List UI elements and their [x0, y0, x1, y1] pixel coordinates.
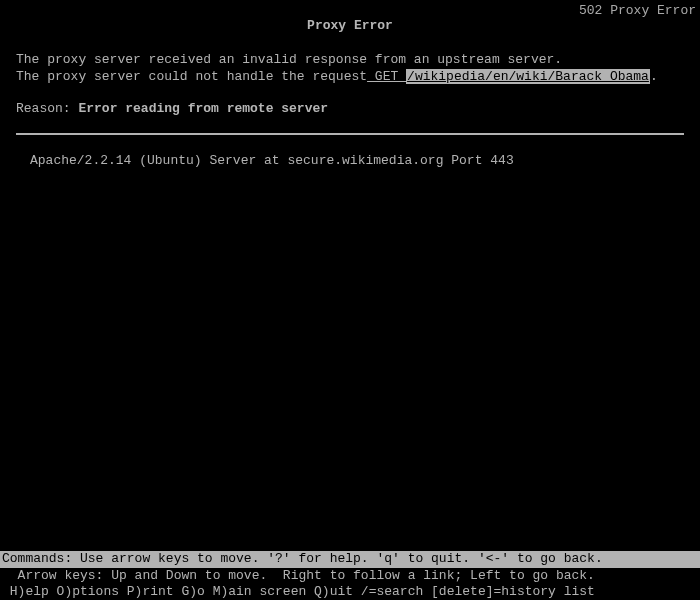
lynx-status-bar: Commands: Use arrow keys to move. '?' fo…: [0, 551, 700, 600]
status-line-keys: H)elp O)ptions P)rint G)o M)ain screen Q…: [0, 584, 700, 600]
error-line-2-prefix: The proxy server could not handle the re…: [16, 69, 367, 84]
reason-label: Reason:: [16, 101, 78, 116]
error-line-2-suffix: .: [650, 69, 658, 84]
error-line-2: The proxy server could not handle the re…: [16, 69, 684, 85]
reason-block: Reason: Error reading from remote server: [16, 101, 684, 117]
status-line-commands: Commands: Use arrow keys to move. '?' fo…: [0, 551, 700, 567]
divider: [16, 133, 684, 135]
window-title: 502 Proxy Error: [579, 3, 696, 19]
request-path-link[interactable]: /wikipedia/en/wiki/Barack_Obama: [406, 69, 650, 84]
error-heading: Proxy Error: [16, 18, 684, 34]
page-content: Proxy Error The proxy server received an…: [16, 18, 684, 169]
server-signature: Apache/2.2.14 (Ubuntu) Server at secure.…: [30, 153, 684, 169]
error-line-1: The proxy server received an invalid res…: [16, 52, 684, 68]
status-line-arrows: Arrow keys: Up and Down to move. Right t…: [0, 568, 700, 584]
reason-text: Error reading from remote server: [78, 101, 328, 116]
terminal-screen: 502 Proxy Error Proxy Error The proxy se…: [0, 0, 700, 600]
request-method-link[interactable]: GET: [367, 69, 406, 84]
